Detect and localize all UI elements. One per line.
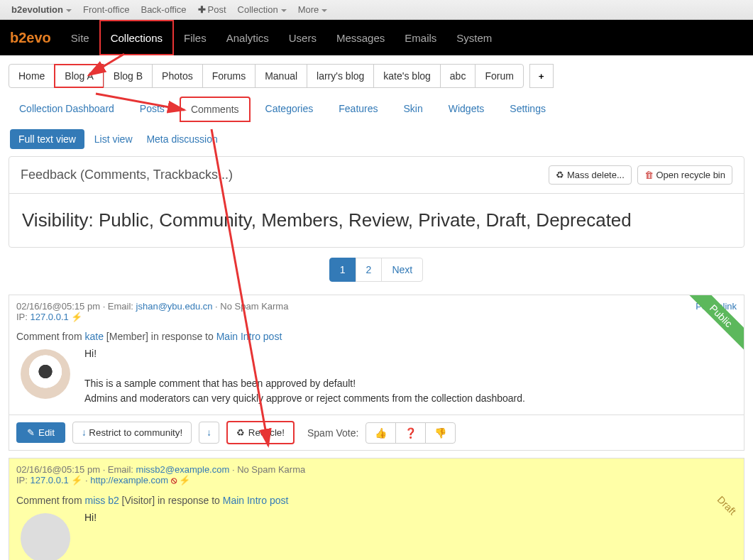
tab-posts[interactable]: Posts	[129, 97, 175, 122]
url-link[interactable]: http://example.com	[90, 475, 168, 485]
caret-icon	[66, 9, 72, 12]
coll-forum[interactable]: Forum	[475, 64, 523, 88]
trash-icon: 🗑	[644, 170, 654, 180]
ip-link[interactable]: 127.0.0.1	[31, 475, 69, 485]
plus-icon: ✚	[198, 4, 206, 15]
topbar-post[interactable]: ✚Post	[192, 4, 232, 15]
pagination: 1 2 Next	[0, 258, 753, 282]
topbar-more[interactable]: More	[292, 4, 334, 15]
logo[interactable]: b2evo	[0, 30, 61, 46]
comment-toolbar: Edit ↓ Restrict to community! ↓ Recycle!…	[9, 414, 744, 450]
email-link[interactable]: missb2@example.com	[136, 464, 230, 475]
coll-home[interactable]: Home	[9, 64, 55, 88]
recycle-icon: ♻	[556, 170, 564, 180]
caret-icon	[281, 9, 287, 12]
down-arrow-icon: ↓	[82, 427, 87, 438]
tab-widgets[interactable]: Widgets	[438, 97, 495, 122]
vote-neutral[interactable]: ❓	[395, 422, 426, 444]
spam-vote-group: 👍 ❓ 👎	[365, 422, 456, 444]
page-2[interactable]: 2	[356, 258, 383, 282]
ip-link[interactable]: 127.0.0.1	[31, 312, 69, 322]
nav-messages[interactable]: Messages	[326, 20, 395, 55]
meta-discussion-link[interactable]: Meta discussion	[146, 133, 217, 145]
tab-dashboard[interactable]: Collection Dashboard	[9, 97, 125, 122]
visibility-filter-text: Visibility: Public, Community, Members, …	[22, 209, 731, 231]
avatar[interactable]	[21, 513, 70, 560]
tab-features[interactable]: Features	[328, 97, 388, 122]
ban-icon[interactable]: ⦸	[171, 475, 177, 485]
vote-up[interactable]: 👍	[365, 422, 396, 444]
author-link[interactable]: miss b2	[84, 495, 119, 506]
spam-vote-label: Spam Vote:	[307, 427, 358, 439]
email-link[interactable]: jshan@ybu.edu.cn	[136, 301, 213, 312]
top-bar: b2evolution Front-office Back-office ✚Po…	[0, 0, 753, 20]
topbar-collection[interactable]: Collection	[232, 4, 292, 15]
down-arrow-icon: ↓	[207, 427, 211, 438]
comment-item: Draft 02/16/16@05:15 pm · Email: missb2@…	[9, 458, 744, 560]
nav-users[interactable]: Users	[279, 20, 326, 55]
comment-text: Hi!	[84, 509, 97, 560]
nav-files[interactable]: Files	[174, 20, 216, 55]
main-nav: b2evo Site Collections Files Analytics U…	[0, 20, 753, 55]
list-view-link[interactable]: List view	[94, 133, 133, 145]
comment-item: Public Permalink 02/16/16@05:15 pm · Ema…	[9, 295, 744, 451]
comment-meta: Permalink 02/16/16@05:15 pm · Email: jsh…	[9, 295, 744, 328]
tab-skin[interactable]: Skin	[393, 97, 434, 122]
nav-emails[interactable]: Emails	[395, 20, 446, 55]
page-next[interactable]: Next	[381, 258, 423, 282]
bolt-icon: ⚡	[71, 312, 82, 322]
topbar-back-office[interactable]: Back-office	[135, 4, 192, 15]
tab-categories[interactable]: Categories	[255, 97, 324, 122]
restrict-button[interactable]: ↓ Restrict to community!	[72, 422, 192, 444]
post-link[interactable]: Main Intro post	[216, 331, 282, 342]
coll-blog-b[interactable]: Blog B	[104, 64, 153, 88]
caret-icon	[321, 9, 327, 12]
collection-tabs: Collection Dashboard Posts Comments Cate…	[0, 97, 753, 122]
edit-button[interactable]: Edit	[16, 422, 65, 443]
brand-dropdown[interactable]: b2evolution	[6, 4, 77, 15]
comment-meta: 02/16/16@05:15 pm · Email: missb2@exampl…	[9, 459, 744, 492]
nav-collections[interactable]: Collections	[99, 20, 174, 55]
post-link[interactable]: Main Intro post	[223, 495, 289, 506]
nav-system[interactable]: System	[446, 20, 502, 55]
bolt-icon: ⚡	[71, 475, 82, 485]
avatar[interactable]	[21, 349, 70, 399]
comment-text: Hi! This is a sample comment that has be…	[84, 345, 525, 406]
coll-larrys-blog[interactable]: larry's blog	[307, 64, 374, 88]
topbar-front-office[interactable]: Front-office	[77, 4, 136, 15]
nav-analytics[interactable]: Analytics	[216, 20, 279, 55]
mass-delete-button[interactable]: ♻ Mass delete...	[549, 165, 632, 185]
coll-abc[interactable]: abc	[440, 64, 476, 88]
coll-photos[interactable]: Photos	[152, 64, 203, 88]
comment-from-line: Comment from kate [Member] in response t…	[16, 331, 737, 342]
add-collection-button[interactable]: +	[529, 64, 554, 88]
coll-kates-blog[interactable]: kate's blog	[373, 64, 441, 88]
collection-selector-row: Home Blog A Blog B Photos Forums Manual …	[0, 55, 753, 97]
tab-settings[interactable]: Settings	[499, 97, 556, 122]
comment-from-line: Comment from miss b2 [Visitor] in respon…	[16, 495, 737, 506]
nav-site[interactable]: Site	[61, 20, 99, 55]
coll-manual[interactable]: Manual	[255, 64, 307, 88]
demote-button[interactable]: ↓	[199, 422, 219, 444]
panel-title: Feedback (Comments, Trackbacks...)	[21, 168, 233, 182]
coll-blog-a[interactable]: Blog A	[54, 64, 104, 88]
recycle-button[interactable]: Recycle!	[226, 421, 295, 444]
open-recycle-bin-button[interactable]: 🗑 Open recycle bin	[637, 165, 732, 185]
page-1[interactable]: 1	[329, 258, 356, 282]
tab-comments[interactable]: Comments	[180, 97, 251, 122]
author-link[interactable]: kate	[84, 331, 103, 342]
bolt-icon: ⚡	[179, 475, 190, 485]
full-text-view-button[interactable]: Full text view	[10, 129, 84, 149]
view-switch-row: Full text view List view Meta discussion	[0, 122, 753, 156]
feedback-panel: Feedback (Comments, Trackbacks...) ♻ Mas…	[9, 156, 744, 248]
vote-down[interactable]: 👎	[425, 422, 456, 444]
coll-forums[interactable]: Forums	[202, 64, 255, 88]
